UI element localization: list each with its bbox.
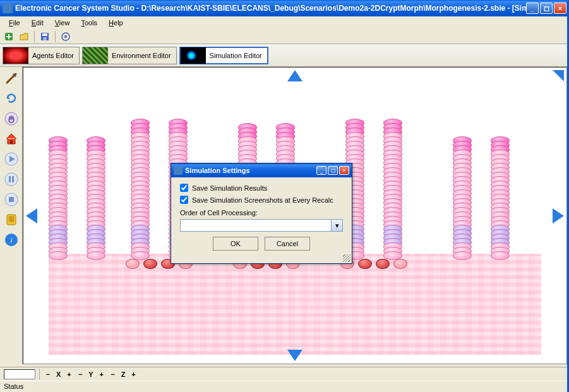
status-bar: Status [0,381,567,392]
hand-pan-icon[interactable] [3,110,20,128]
dialog-titlebar[interactable]: Simulation Settings _ ◻ × [171,163,352,177]
svg-point-7 [64,35,67,38]
dialog-resize-grip[interactable] [343,254,350,262]
menu-help[interactable]: Help [104,18,128,28]
tab-simulation-label: Simulation Editor [210,52,262,59]
svg-rect-4 [42,33,47,36]
dialog-minimize-button[interactable]: _ [316,166,326,175]
save-results-label: Save Simulation Results [192,184,267,192]
restore-button[interactable]: ◻ [540,3,553,14]
save-screenshots-checkbox[interactable] [180,196,188,204]
x-plus-button[interactable]: + [64,369,73,379]
tab-agents-editor[interactable]: Agents Editor [3,47,80,64]
order-combobox-input[interactable] [180,219,332,232]
dialog-maximize-button[interactable]: ◻ [328,166,338,175]
stop-icon[interactable] [3,191,20,208]
order-combobox-dropdown-button[interactable]: ▾ [332,219,343,232]
y-label: Y [87,371,94,378]
simulation-thumb-icon [181,47,206,64]
toolbar [0,29,569,44]
cancel-button[interactable]: Cancel [265,237,310,251]
svg-rect-12 [9,176,11,182]
svg-rect-9 [10,140,13,144]
save-button[interactable] [39,30,51,43]
tab-simulation-editor[interactable]: Simulation Editor [179,47,268,64]
save-results-checkbox[interactable] [180,184,188,192]
z-plus-button[interactable]: + [129,369,138,379]
tab-environment-editor[interactable]: Environment Editor [82,47,177,64]
refresh-icon[interactable] [3,90,20,107]
nav-corner-arrow[interactable] [553,70,564,81]
settings-button[interactable] [59,30,72,43]
z-minus-button[interactable]: − [109,369,117,379]
tab-environment-label: Environment Editor [112,52,171,59]
open-button[interactable] [18,30,30,43]
order-label: Order of Cell Processing: [180,209,343,217]
nav-left-arrow[interactable] [26,208,37,223]
menu-view[interactable]: View [50,18,75,28]
dialog-close-button[interactable]: × [339,166,349,175]
dialog-title: Simulation Settings [185,167,316,174]
menu-tools[interactable]: Tools [76,18,102,28]
axis-bar: − X + − Y + − Z + [0,367,567,381]
minimize-button[interactable]: _ [526,3,539,14]
home-icon[interactable] [3,130,20,148]
svg-rect-16 [7,215,16,225]
tools-icon[interactable] [3,69,20,87]
x-minus-button[interactable]: − [44,369,52,379]
svg-rect-2 [6,36,11,37]
play-icon[interactable] [3,150,20,168]
svg-rect-15 [9,197,14,202]
y-minus-button[interactable]: − [76,369,85,379]
new-button[interactable] [3,30,15,43]
log-icon[interactable] [3,211,20,229]
tab-agents-label: Agents Editor [32,52,74,59]
simulation-settings-dialog: Simulation Settings _ ◻ × Save Simulatio… [171,163,352,264]
menu-bar: File Edit View Tools Help [0,16,569,29]
svg-point-11 [5,173,18,186]
z-label: Z [120,371,127,378]
info-icon[interactable]: i [3,231,20,249]
app-icon [3,3,13,13]
dialog-icon [174,166,183,175]
pause-icon[interactable] [3,170,20,188]
agents-thumb-icon [3,47,28,64]
window-titlebar: Electronic Cancer System Studio - D:\Res… [0,0,569,16]
window-title: Electronic Cancer System Studio - D:\Res… [15,4,526,13]
ok-button[interactable]: OK [213,237,258,251]
svg-rect-5 [43,37,47,40]
menu-edit[interactable]: Edit [27,18,49,28]
nav-down-arrow[interactable] [287,350,302,361]
svg-point-8 [5,112,18,125]
save-screenshots-label: Save Simulation Screenshots at Every Rec… [192,196,333,204]
side-toolbar: i [0,67,23,364]
axis-value-input[interactable] [4,369,35,379]
editor-tabs: Agents Editor Environment Editor Simulat… [0,44,569,67]
svg-rect-13 [12,176,14,182]
y-plus-button[interactable]: + [97,369,106,379]
menu-file[interactable]: File [4,18,25,28]
nav-up-arrow[interactable] [287,70,302,81]
environment-thumb-icon [83,47,108,64]
status-text: Status [4,383,23,390]
x-label: X [55,371,62,378]
close-button[interactable]: × [554,3,566,14]
nav-right-arrow[interactable] [553,208,564,223]
